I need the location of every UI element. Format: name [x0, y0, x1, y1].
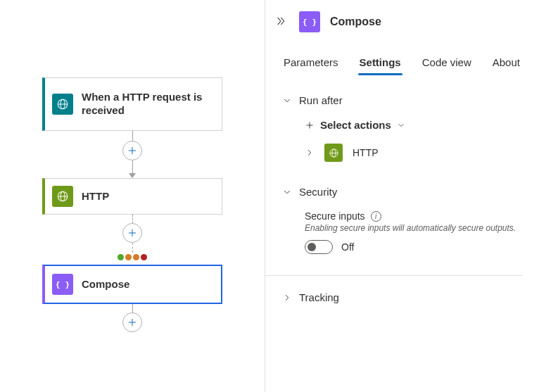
- section-title: Run after: [299, 94, 343, 106]
- node-title: When a HTTP request is received: [82, 91, 213, 118]
- collapse-panel-button[interactable]: [272, 13, 289, 32]
- section-security: Security Secure inputs i Enabling secure…: [282, 183, 522, 275]
- add-step-button[interactable]: [122, 312, 142, 332]
- section-run-after: Run after Select actions: [282, 91, 522, 183]
- section-security-toggle[interactable]: Security: [282, 183, 522, 201]
- section-run-after-toggle[interactable]: Run after: [282, 91, 522, 109]
- tab-code-view[interactable]: Code view: [421, 52, 473, 75]
- chevron-down-icon: [282, 187, 292, 197]
- globe-icon: [52, 94, 73, 115]
- node-compose[interactable]: { } Compose: [42, 265, 222, 304]
- secure-inputs-toggle[interactable]: [305, 240, 333, 254]
- details-panel: { } Compose Parameters Settings Code vie…: [265, 0, 539, 392]
- run-after-item-http[interactable]: HTTP: [305, 144, 522, 162]
- compose-icon: { }: [52, 274, 73, 295]
- section-tracking-toggle[interactable]: Tracking: [265, 276, 522, 322]
- secure-inputs-toggle-state: Off: [341, 241, 354, 253]
- tab-about[interactable]: About: [491, 52, 521, 75]
- section-title: Security: [299, 186, 337, 198]
- select-actions-label: Select actions: [320, 119, 391, 131]
- designer-canvas: When a HTTP request is received: [0, 0, 265, 392]
- chevron-double-right-icon: [275, 15, 286, 27]
- section-title: Tracking: [299, 291, 339, 303]
- chevron-right-icon: [305, 148, 315, 158]
- node-http[interactable]: HTTP: [42, 178, 222, 215]
- select-actions-button[interactable]: Select actions: [305, 119, 522, 131]
- globe-icon: [324, 144, 343, 162]
- run-after-status-dots: [118, 254, 147, 260]
- svg-text:{ }: { }: [303, 18, 316, 27]
- chevron-down-icon: [282, 96, 292, 106]
- node-title: Compose: [82, 278, 129, 291]
- panel-tabs: Parameters Settings Code view About: [265, 52, 522, 76]
- connector: [122, 131, 142, 178]
- secure-inputs-description: Enabling secure inputs will automaticall…: [305, 223, 522, 233]
- node-title: HTTP: [82, 190, 109, 203]
- svg-text:{ }: { }: [56, 280, 69, 289]
- secure-inputs-label: Secure inputs: [305, 210, 365, 222]
- compose-icon: { }: [299, 11, 320, 32]
- globe-icon: [52, 186, 73, 207]
- panel-title: Compose: [330, 15, 381, 28]
- add-step-button[interactable]: [122, 223, 142, 243]
- tab-parameters[interactable]: Parameters: [282, 52, 340, 75]
- tab-settings[interactable]: Settings: [358, 52, 402, 75]
- add-step-button[interactable]: [122, 141, 142, 160]
- connector: [118, 215, 147, 265]
- info-icon[interactable]: i: [371, 211, 381, 222]
- connector: [122, 304, 142, 332]
- run-after-item-label: HTTP: [353, 147, 379, 158]
- plus-icon: [305, 120, 315, 130]
- chevron-right-icon: [282, 293, 292, 303]
- node-http-trigger[interactable]: When a HTTP request is received: [42, 77, 222, 131]
- chevron-down-icon: [397, 121, 405, 129]
